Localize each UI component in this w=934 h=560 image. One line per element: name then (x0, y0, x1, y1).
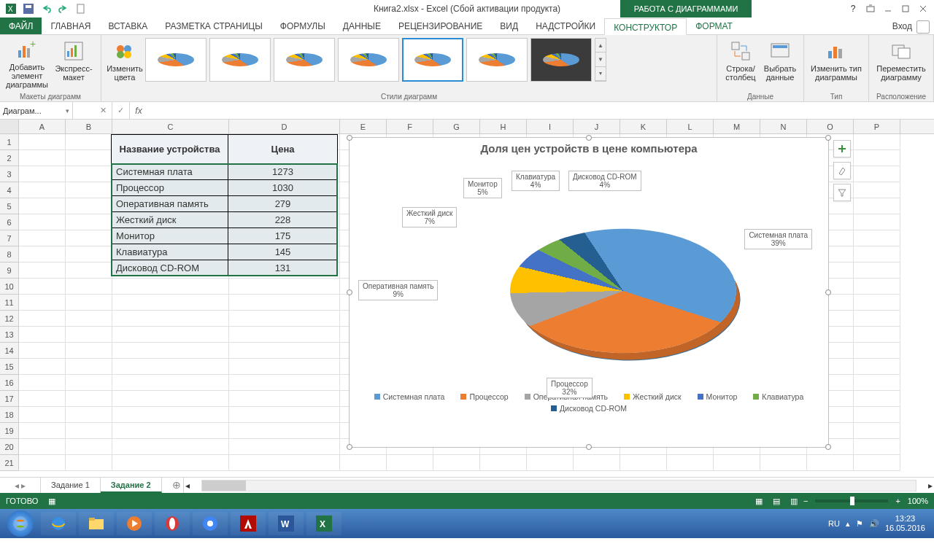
cell[interactable] (854, 343, 900, 359)
gallery-more-icon[interactable]: ▾ (595, 67, 606, 81)
help-icon[interactable]: ? (845, 1, 861, 17)
chart-style-1[interactable] (145, 38, 207, 82)
cell[interactable] (19, 439, 66, 455)
cell[interactable] (112, 311, 229, 327)
cell[interactable] (112, 423, 229, 439)
cell[interactable] (387, 455, 433, 471)
col-header[interactable]: F (387, 120, 433, 133)
redo-icon[interactable] (55, 1, 72, 17)
cell[interactable] (229, 407, 340, 423)
quick-layout-button[interactable]: Экспресс-макет (51, 38, 96, 89)
new-sheet-button[interactable]: ⊕ (162, 478, 184, 493)
undo-icon[interactable] (38, 1, 54, 17)
select-all-corner[interactable] (0, 120, 19, 133)
cell[interactable] (19, 134, 66, 150)
taskbar-explorer-icon[interactable] (79, 512, 114, 535)
col-header[interactable]: D (229, 120, 340, 133)
formula-input[interactable] (147, 102, 934, 119)
cell[interactable] (66, 375, 112, 391)
zoom-percent[interactable]: 100% (908, 497, 928, 505)
cell[interactable] (66, 214, 112, 230)
cell[interactable] (66, 134, 112, 150)
cell[interactable] (854, 166, 900, 182)
cell[interactable] (66, 391, 112, 407)
fx-icon[interactable]: fx (130, 102, 147, 119)
start-button[interactable] (7, 510, 34, 537)
cell[interactable] (229, 311, 340, 327)
cell-device[interactable]: Клавиатура (112, 244, 228, 260)
cell-price[interactable]: 279 (228, 196, 338, 212)
cell[interactable] (229, 359, 340, 375)
sheet-nav[interactable]: ◂ ▸ (0, 478, 41, 493)
new-doc-icon[interactable] (73, 1, 89, 17)
cell[interactable] (19, 262, 66, 279)
legend-item[interactable]: Дисковод CD-ROM (551, 404, 627, 413)
cell[interactable] (854, 327, 900, 343)
cell-device[interactable]: Жесткий диск (112, 212, 228, 228)
cell[interactable] (854, 375, 900, 391)
cancel-formula-icon[interactable]: ✕ (95, 102, 112, 119)
row-header[interactable]: 21 (0, 455, 19, 471)
cell[interactable] (667, 455, 714, 471)
cell[interactable] (112, 327, 229, 343)
worksheet-grid[interactable]: ABCDEFGHIJKLMNOP 12345678910111213141516… (0, 120, 934, 477)
tab-format[interactable]: ФОРМАТ (687, 18, 741, 34)
cell[interactable] (854, 150, 900, 166)
cell[interactable] (66, 230, 112, 246)
col-header[interactable]: B (66, 120, 112, 133)
cell[interactable] (854, 134, 900, 150)
macro-record-icon[interactable]: ▦ (48, 497, 55, 506)
cell[interactable] (854, 246, 900, 262)
cell[interactable] (229, 455, 340, 471)
row-header[interactable]: 2 (0, 150, 19, 166)
row-header[interactable]: 7 (0, 230, 19, 246)
cell[interactable] (66, 407, 112, 423)
zoom-in-icon[interactable]: + (895, 497, 900, 505)
cell[interactable] (340, 455, 387, 471)
tray-up-icon[interactable]: ▴ (846, 519, 850, 529)
cell[interactable] (229, 375, 340, 391)
cell[interactable] (229, 279, 340, 295)
cell[interactable] (854, 439, 900, 455)
row-header[interactable]: 19 (0, 423, 19, 439)
cell[interactable] (433, 455, 480, 471)
chart-style-7[interactable] (530, 38, 592, 82)
row-header[interactable]: 12 (0, 311, 19, 327)
cell[interactable] (66, 295, 112, 311)
chart-style-2[interactable] (209, 38, 271, 82)
cell[interactable] (854, 311, 900, 327)
chart-elements-button[interactable] (833, 140, 851, 158)
cell[interactable] (229, 327, 340, 343)
cell[interactable] (229, 423, 340, 439)
cell[interactable] (527, 455, 574, 471)
taskbar-chrome-icon[interactable] (193, 512, 228, 535)
zoom-slider[interactable] (815, 499, 888, 502)
taskbar-media-icon[interactable] (117, 512, 152, 535)
cell[interactable] (854, 230, 900, 246)
cell[interactable] (66, 311, 112, 327)
cell[interactable] (19, 246, 66, 262)
sign-in[interactable]: Вход (885, 18, 934, 34)
ribbon-options-icon[interactable] (862, 1, 879, 17)
col-header[interactable]: A (19, 120, 66, 133)
enter-formula-icon[interactable]: ✓ (112, 102, 130, 119)
cell[interactable] (66, 423, 112, 439)
cell[interactable] (19, 407, 66, 423)
cell[interactable] (66, 359, 112, 375)
cell-price[interactable]: 1030 (228, 180, 338, 196)
row-header[interactable]: 15 (0, 359, 19, 375)
cell[interactable] (66, 455, 112, 471)
cell[interactable] (19, 375, 66, 391)
cell[interactable] (19, 150, 66, 166)
cell[interactable] (112, 279, 229, 295)
cell[interactable] (66, 198, 112, 214)
legend-item[interactable]: Жесткий диск (624, 392, 682, 401)
zoom-out-icon[interactable]: − (803, 497, 808, 505)
sheet-tab-1[interactable]: Задание 1 (41, 478, 101, 493)
cell[interactable] (66, 343, 112, 359)
close-icon[interactable] (915, 1, 931, 17)
tab-formulas[interactable]: ФОРМУЛЫ (271, 18, 334, 34)
cell[interactable] (66, 246, 112, 262)
cell-device[interactable]: Оперативная память (112, 196, 228, 212)
row-header[interactable]: 4 (0, 182, 19, 198)
